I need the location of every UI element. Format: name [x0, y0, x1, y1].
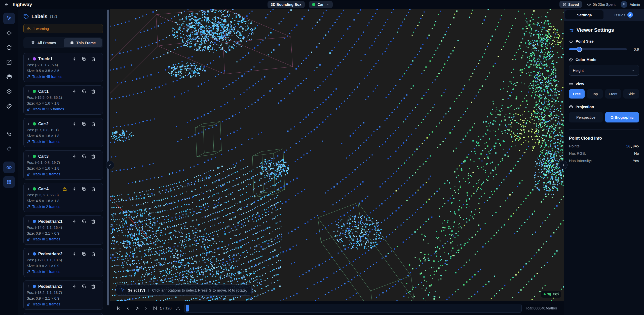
collapse-left-panel-button[interactable] [106, 161, 114, 169]
download-label-button[interactable] [72, 284, 77, 289]
chevron-down-icon [631, 69, 635, 72]
skip-to-start-button[interactable] [117, 306, 121, 310]
download-label-button[interactable] [72, 154, 77, 159]
duplicate-label-button[interactable] [82, 57, 86, 61]
delete-label-button[interactable] [91, 284, 96, 289]
label-card[interactable]: Car:4 Pos: (5.3, 2.7 [23, 183, 103, 212]
download-label-button[interactable] [72, 219, 77, 224]
label-card[interactable]: Truck:1 Pos: (-2.1, [23, 53, 103, 82]
expand-chevron-icon[interactable] [27, 89, 30, 93]
view-option-side[interactable]: Side [623, 89, 639, 99]
measure-tool-button[interactable] [3, 100, 15, 112]
duplicate-label-button[interactable] [82, 252, 86, 256]
scrollbar-thumb[interactable] [107, 10, 109, 305]
skip-to-end-button[interactable] [153, 306, 157, 310]
collapse-right-panel-button[interactable] [559, 161, 567, 169]
scrubber-handle[interactable] [186, 305, 189, 311]
scale-tool-button[interactable] [3, 56, 15, 68]
delete-label-button[interactable] [91, 57, 96, 61]
expand-chevron-icon[interactable] [27, 285, 30, 288]
label-name: Car:1 [38, 89, 49, 94]
user-menu[interactable]: Admin [621, 1, 640, 8]
delete-label-button[interactable] [91, 122, 96, 126]
duplicate-label-button[interactable] [82, 284, 86, 289]
duplicate-label-button[interactable] [82, 219, 86, 224]
label-card-partial[interactable] [23, 313, 103, 315]
point-size-slider[interactable] [569, 48, 627, 50]
label-card[interactable]: Car:1 Pos: (-15.5, 0 [23, 85, 103, 115]
expand-chevron-icon[interactable] [27, 187, 30, 191]
divider [569, 130, 639, 130]
label-track-link[interactable]: Track in 2 frames [27, 204, 100, 209]
label-card[interactable]: Car:3 Pos: (-6.1, 0. [23, 150, 103, 180]
rotate-tool-button[interactable] [3, 42, 15, 53]
view-option-free[interactable]: Free [569, 89, 585, 99]
warning-banner[interactable]: 1 warning [23, 24, 103, 33]
delete-label-button[interactable] [91, 219, 96, 224]
label-card[interactable]: Car:2 Pos: (2.7, 0.8 [23, 118, 103, 147]
label-track-link[interactable]: Track in 115 frames [27, 107, 100, 112]
download-label-button[interactable] [72, 89, 77, 94]
download-label-button[interactable] [72, 122, 77, 126]
next-frame-button[interactable] [144, 306, 148, 310]
undo-button[interactable] [3, 128, 15, 140]
download-label-button[interactable] [72, 187, 77, 191]
duplicate-label-button[interactable] [82, 89, 86, 94]
undo-icon [6, 131, 12, 137]
tab-issues-label: Issues [614, 13, 625, 17]
view-option-front[interactable]: Front [605, 89, 621, 99]
duplicate-label-button[interactable] [82, 187, 86, 191]
projection-option-orthographic[interactable]: Orthographic [605, 112, 639, 122]
color-mode-select[interactable]: Height [569, 65, 639, 76]
visibility-toggle-button[interactable] [3, 162, 15, 173]
tool-hint-tooltip: Select (V) | Click annotations to select… [116, 285, 252, 296]
save-status-button[interactable]: Saved [559, 1, 582, 8]
scale-icon [6, 59, 12, 65]
slider-handle[interactable] [577, 47, 582, 52]
back-button[interactable] [4, 2, 9, 7]
delete-label-button[interactable] [91, 252, 96, 256]
select-tool-button[interactable] [3, 13, 15, 24]
expand-chevron-icon[interactable] [27, 219, 30, 223]
projection-options: Perspective Orthographic [569, 112, 639, 122]
label-track-link[interactable]: Track in 1 frames [27, 269, 100, 274]
class-selector-dropdown[interactable]: Car [309, 1, 333, 8]
pan-tool-button[interactable] [3, 71, 15, 83]
label-track-link[interactable]: Track in 1 frames [27, 172, 100, 177]
duplicate-label-button[interactable] [82, 122, 86, 126]
expand-chevron-icon[interactable] [27, 57, 30, 61]
download-frame-button[interactable] [176, 306, 180, 310]
annotation-tool-button[interactable]: 3D Bounding Box [268, 1, 305, 8]
expand-chevron-icon[interactable] [27, 252, 30, 256]
download-label-button[interactable] [72, 252, 77, 256]
label-track-link[interactable]: Track in 45 frames [27, 74, 100, 79]
expand-chevron-icon[interactable] [27, 154, 30, 158]
delete-label-button[interactable] [91, 89, 96, 94]
label-card[interactable]: Pedestrian:3 Pos: (- [23, 280, 103, 310]
play-button[interactable] [135, 306, 139, 310]
point-cloud-canvas[interactable] [110, 9, 564, 301]
label-card[interactable]: Pedestrian:2 Pos: (- [23, 248, 103, 277]
redo-button[interactable] [3, 143, 15, 154]
all-frames-tab[interactable]: All Frames [24, 38, 63, 47]
grid-toggle-button[interactable] [3, 176, 15, 188]
download-label-button[interactable] [72, 57, 77, 61]
delete-label-button[interactable] [91, 154, 96, 159]
label-track-link[interactable]: Track in 1 frames [27, 139, 100, 144]
label-card[interactable]: Pedestrian:1 Pos: (- [23, 215, 103, 245]
tab-settings[interactable]: Settings [565, 10, 603, 19]
projection-option-perspective[interactable]: Perspective [569, 112, 603, 122]
tooltip-separator: | [148, 288, 149, 292]
label-track-link[interactable]: Track in 1 frames [27, 302, 100, 307]
timeline-scrubber[interactable] [184, 304, 522, 313]
cuboid-tool-button[interactable] [3, 86, 15, 97]
label-track-link[interactable]: Track in 1 frames [27, 237, 100, 242]
expand-chevron-icon[interactable] [27, 122, 30, 126]
tab-issues[interactable]: Issues 2 [604, 10, 643, 19]
duplicate-label-button[interactable] [82, 154, 86, 159]
move-tool-button[interactable] [3, 27, 15, 39]
this-frame-tab[interactable]: This Frame [64, 38, 102, 47]
view-option-top[interactable]: Top [587, 89, 603, 99]
previous-frame-button[interactable] [126, 306, 130, 310]
delete-label-button[interactable] [91, 187, 96, 191]
